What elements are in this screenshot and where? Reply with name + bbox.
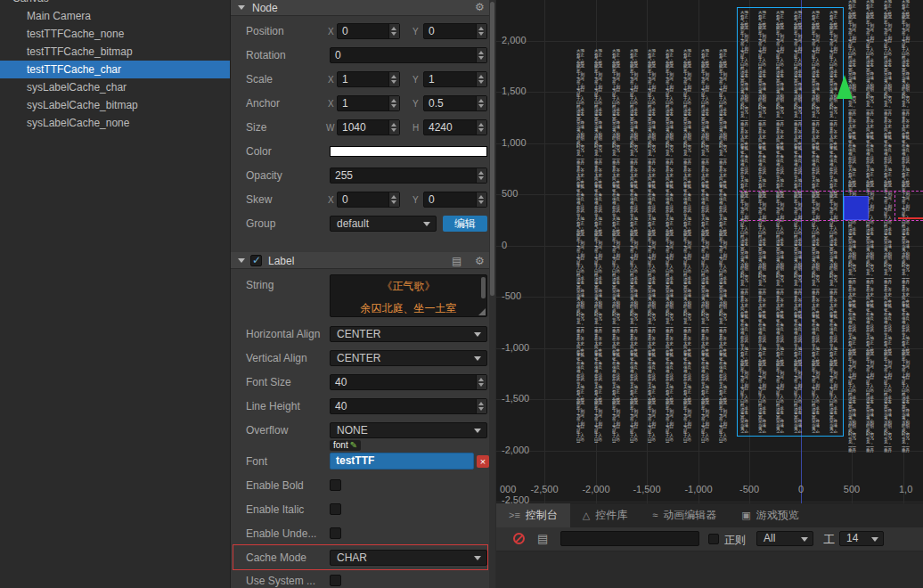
font-remove-button[interactable]: × (477, 455, 489, 468)
stepper-icon[interactable] (388, 96, 399, 110)
console-search-input[interactable] (560, 531, 699, 546)
group-row: Group default 编辑 (231, 212, 490, 235)
font-size-input[interactable]: 40 (330, 374, 487, 390)
gear-icon[interactable]: ⚙ (475, 255, 485, 267)
tab-widget-library[interactable]: △控件库 (570, 503, 640, 527)
hierarchy-node-main-camera[interactable]: Main Camera (0, 7, 231, 25)
help-doc-icon[interactable]: ▤ (452, 255, 462, 267)
clear-console-icon[interactable] (513, 533, 525, 544)
color-swatch[interactable] (330, 146, 487, 157)
inspector-panel: Node ⚙ Position X 0 Y 0 Rotation 0 (231, 0, 495, 588)
rotation-row: Rotation 0 (231, 44, 490, 67)
stepper-icon[interactable] (388, 120, 399, 135)
node-section-header: Node ⚙ (231, 0, 490, 16)
grid-line (496, 502, 923, 502)
enable-italic-checkbox[interactable] (330, 503, 341, 515)
hierarchy-node[interactable]: testTTFCache_bitmap (0, 43, 231, 61)
font-asset-field[interactable]: testTTF (330, 453, 474, 470)
stepper-icon[interactable] (388, 72, 399, 86)
stepper-icon[interactable] (476, 72, 486, 86)
group-edit-button[interactable]: 编辑 (443, 216, 487, 232)
position-y-input[interactable]: 0 (423, 23, 487, 39)
stepper-icon[interactable] (476, 24, 486, 38)
position-row: Position X 0 Y 0 (231, 20, 490, 43)
opacity-input[interactable]: 255 (330, 167, 487, 184)
tab-console[interactable]: >≡控制台 (496, 503, 570, 527)
anchor-x-input[interactable]: 1 (337, 95, 400, 111)
scrollbar-thumb[interactable] (490, 2, 494, 296)
move-gizmo-handle[interactable] (844, 196, 869, 220)
use-system-checkbox[interactable] (330, 575, 341, 586)
hierarchy-node-canvas[interactable]: Canvas (0, 0, 231, 7)
hierarchy-node-selected[interactable]: testTTFCache_char (0, 61, 231, 78)
log-file-icon[interactable]: ▤ (537, 532, 548, 545)
ruler-label: -1,500 (502, 393, 529, 404)
scale-y-input[interactable]: 1 (423, 71, 487, 87)
stepper-icon[interactable] (388, 24, 399, 38)
cache-mode-value: CHAR (331, 551, 486, 565)
overflow-dropdown[interactable]: NONE (330, 422, 487, 438)
stepper-icon[interactable] (476, 375, 486, 389)
size-w-input[interactable]: 1040 (337, 119, 400, 135)
scale-x-input[interactable]: 1 (337, 71, 400, 87)
collapse-arrow-icon[interactable] (238, 258, 245, 263)
x-axis-gizmo-line (898, 217, 923, 219)
stepper-icon[interactable] (476, 48, 486, 62)
tab-label: 动画编辑器 (663, 509, 716, 521)
hierarchy-node[interactable]: testTTFCache_none (0, 25, 231, 43)
gear-icon[interactable]: ⚙ (475, 1, 485, 13)
cache-mode-dropdown[interactable]: CHAR (330, 550, 487, 566)
enable-underline-checkbox[interactable] (330, 527, 341, 539)
position-x-input[interactable]: 0 (337, 23, 400, 39)
log-filter-value: All (757, 532, 813, 545)
pencil-icon[interactable]: ✎ (350, 440, 357, 450)
node-bounding-box[interactable] (737, 7, 844, 437)
skew-x-input[interactable]: 0 (337, 192, 400, 208)
resize-grip-icon[interactable] (478, 308, 486, 315)
anchor-guide-line (739, 220, 923, 221)
stepper-icon[interactable] (388, 192, 399, 207)
move-gizmo-y-arrow[interactable] (837, 75, 853, 99)
stepper-icon[interactable] (476, 168, 486, 183)
enable-bold-checkbox[interactable] (330, 479, 341, 491)
label-enabled-checkbox[interactable] (250, 255, 262, 266)
console-panel: >≡控制台 △控件库 ≈动画编辑器 ▣游戏预览 ▤ 正则 All 工 14 (496, 503, 923, 588)
console-font-size-dropdown[interactable]: 14 (839, 531, 884, 546)
horizontal-align-dropdown[interactable]: CENTER (330, 326, 487, 342)
log-filter-dropdown[interactable]: All (756, 531, 813, 546)
size-h-input[interactable]: 4240 (423, 119, 487, 135)
stepper-icon[interactable] (476, 399, 486, 413)
stepper-icon[interactable] (476, 192, 486, 207)
hierarchy-node[interactable]: sysLabelCache_none (0, 114, 231, 132)
rendered-text-block: 天地有正气，杂然赋流形。下则为河岳，上则为日星。于人曰浩然，沛乎塞苍冥。皇路当清… (848, 0, 923, 453)
vertical-align-dropdown[interactable]: CENTER (330, 350, 487, 366)
inspector-scrollbar[interactable] (489, 0, 495, 588)
console-icon: >≡ (509, 510, 520, 520)
size-row: Size W 1040 H 4240 (231, 116, 490, 139)
opacity-row: Opacity 255 (231, 164, 490, 187)
skew-row: Skew X 0 Y 0 (231, 188, 490, 211)
animation-icon: ≈ (652, 510, 658, 520)
string-textarea[interactable]: 《正气歌》 余囚北庭、坐一土室 (330, 274, 487, 317)
skew-y-input[interactable]: 0 (423, 192, 487, 208)
stepper-icon[interactable] (476, 120, 486, 135)
horizontal-align-value: CENTER (331, 327, 486, 341)
hierarchy-node[interactable]: sysLabelCache_bitmap (0, 96, 231, 114)
line-height-input[interactable]: 40 (330, 398, 487, 414)
ruler-label: 0 (798, 484, 804, 494)
stepper-icon[interactable] (476, 96, 486, 110)
regex-checkbox[interactable] (708, 534, 719, 544)
group-dropdown[interactable]: default (330, 216, 437, 232)
tab-game-preview[interactable]: ▣游戏预览 (729, 503, 811, 527)
rotation-input[interactable]: 0 (330, 47, 487, 63)
enable-underline-row: Enable Unde... (231, 522, 490, 545)
collapse-arrow-icon[interactable] (238, 5, 245, 10)
textarea-scrollbar[interactable] (481, 277, 486, 298)
anchor-y-input[interactable]: 0.5 (423, 95, 487, 111)
scene-viewport[interactable]: 天地有正气，杂然赋流形。下则为河岳，上则为日星。于人曰浩然，沛乎塞苍冥。皇路当清… (496, 0, 923, 503)
hierarchy-node[interactable]: sysLabelCache_char (0, 78, 231, 96)
tab-animation-editor[interactable]: ≈动画编辑器 (640, 503, 729, 527)
console-toolbar: ▤ 正则 All 工 14 (496, 527, 923, 551)
label-section-title: Label (268, 255, 294, 267)
hierarchy-panel: Canvas Main Camera testTTFCache_none tes… (0, 0, 231, 588)
